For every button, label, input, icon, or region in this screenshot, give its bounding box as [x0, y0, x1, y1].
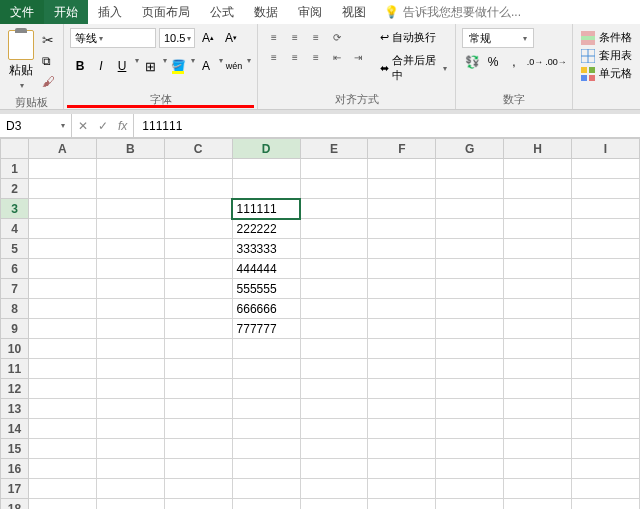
cell[interactable] [436, 239, 504, 259]
cell[interactable] [164, 479, 232, 499]
cell[interactable] [368, 199, 436, 219]
cell[interactable] [368, 419, 436, 439]
cell[interactable]: 333333 [232, 239, 300, 259]
column-header[interactable]: I [572, 139, 640, 159]
cell[interactable] [164, 299, 232, 319]
align-bottom-button[interactable]: ≡ [306, 28, 326, 46]
cell[interactable] [504, 479, 572, 499]
cell[interactable] [28, 239, 96, 259]
cell[interactable] [504, 499, 572, 510]
cell[interactable] [572, 319, 640, 339]
cell[interactable] [368, 459, 436, 479]
cell[interactable] [300, 359, 368, 379]
cell[interactable] [300, 199, 368, 219]
wrap-text-button[interactable]: ↩ 自动换行 [378, 28, 449, 47]
cell[interactable] [436, 219, 504, 239]
decrease-font-button[interactable]: A▾ [221, 28, 241, 48]
cell[interactable] [504, 299, 572, 319]
cell[interactable] [368, 479, 436, 499]
cell[interactable] [368, 399, 436, 419]
cell[interactable] [232, 479, 300, 499]
column-header[interactable]: F [368, 139, 436, 159]
row-header[interactable]: 8 [1, 299, 29, 319]
cell[interactable] [368, 359, 436, 379]
cell[interactable] [504, 259, 572, 279]
align-right-button[interactable]: ≡ [306, 48, 326, 66]
cell[interactable] [436, 179, 504, 199]
cell[interactable] [436, 259, 504, 279]
row-header[interactable]: 1 [1, 159, 29, 179]
cell[interactable] [96, 339, 164, 359]
cell[interactable] [300, 339, 368, 359]
border-button[interactable]: ⊞ [140, 56, 160, 76]
cell[interactable] [232, 439, 300, 459]
column-header[interactable]: G [436, 139, 504, 159]
cell[interactable] [504, 159, 572, 179]
cell[interactable] [28, 219, 96, 239]
tab-insert[interactable]: 插入 [88, 0, 132, 24]
cell[interactable] [96, 459, 164, 479]
cell[interactable] [28, 179, 96, 199]
cell[interactable] [96, 399, 164, 419]
cell[interactable] [504, 319, 572, 339]
cell[interactable] [368, 219, 436, 239]
cell[interactable] [28, 479, 96, 499]
formula-input[interactable]: 111111 [134, 114, 640, 137]
row-header[interactable]: 2 [1, 179, 29, 199]
cell[interactable] [504, 459, 572, 479]
cell[interactable] [232, 459, 300, 479]
cell[interactable] [28, 159, 96, 179]
cell[interactable] [96, 239, 164, 259]
cell[interactable] [436, 159, 504, 179]
column-header[interactable]: H [504, 139, 572, 159]
cell[interactable] [232, 419, 300, 439]
cell[interactable] [504, 439, 572, 459]
cell[interactable] [96, 499, 164, 510]
cell[interactable] [572, 359, 640, 379]
cancel-formula-button[interactable]: ✕ [78, 119, 88, 133]
cell[interactable] [28, 359, 96, 379]
cell[interactable] [164, 159, 232, 179]
tell-me-search[interactable]: 💡 告诉我您想要做什么... [376, 0, 529, 24]
cell[interactable] [572, 219, 640, 239]
cell[interactable] [572, 259, 640, 279]
font-size-select[interactable]: 10.5 ▾ [159, 28, 195, 48]
increase-font-button[interactable]: A▴ [198, 28, 218, 48]
cell[interactable] [504, 279, 572, 299]
cell[interactable] [96, 319, 164, 339]
orientation-button[interactable]: ⟳ [327, 28, 347, 46]
align-middle-button[interactable]: ≡ [285, 28, 305, 46]
column-header[interactable]: B [96, 139, 164, 159]
cell[interactable] [28, 399, 96, 419]
cell[interactable] [368, 259, 436, 279]
cell[interactable] [436, 379, 504, 399]
cell[interactable] [504, 399, 572, 419]
format-as-table-button[interactable]: 套用表 [581, 48, 632, 63]
cell[interactable] [436, 479, 504, 499]
cell[interactable] [164, 399, 232, 419]
cell[interactable] [572, 159, 640, 179]
cell[interactable] [300, 319, 368, 339]
cell[interactable] [96, 159, 164, 179]
cell[interactable] [96, 419, 164, 439]
merge-center-button[interactable]: ⬌ 合并后居中 ▾ [378, 51, 449, 85]
cell[interactable] [368, 239, 436, 259]
cell[interactable] [164, 239, 232, 259]
cell[interactable] [28, 419, 96, 439]
align-left-button[interactable]: ≡ [264, 48, 284, 66]
row-header[interactable]: 7 [1, 279, 29, 299]
cell[interactable] [164, 319, 232, 339]
decrease-indent-button[interactable]: ⇤ [327, 48, 347, 66]
cell[interactable] [300, 379, 368, 399]
name-box[interactable]: D3 ▾ [0, 114, 72, 137]
cell[interactable] [164, 379, 232, 399]
cell[interactable]: 555555 [232, 279, 300, 299]
cell[interactable] [504, 239, 572, 259]
cell[interactable] [436, 439, 504, 459]
cell[interactable] [368, 439, 436, 459]
cell[interactable] [368, 339, 436, 359]
column-header[interactable]: D [232, 139, 300, 159]
cell[interactable] [572, 239, 640, 259]
spreadsheet-grid[interactable]: ABCDEFGHI1231111114222222533333364444447… [0, 138, 640, 509]
cell[interactable] [232, 339, 300, 359]
